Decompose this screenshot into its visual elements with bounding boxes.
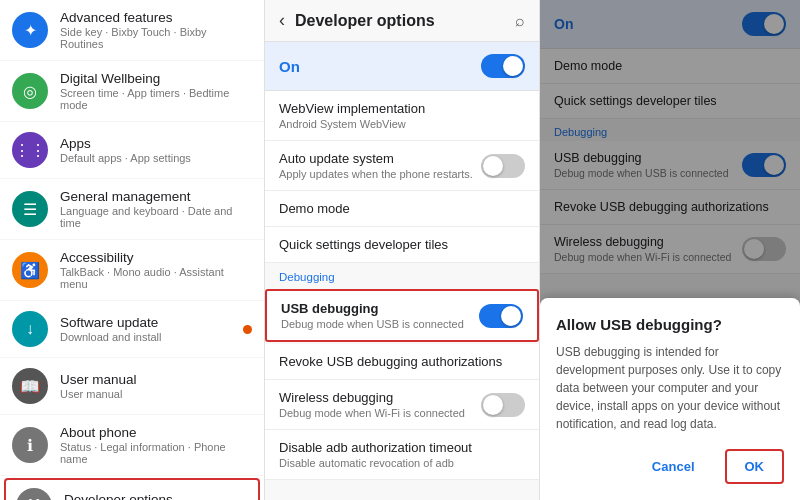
usb-debug-toggle[interactable]	[479, 304, 523, 328]
left-item-digital-wellbeing[interactable]: ◎Digital WellbeingScreen time · App time…	[0, 61, 264, 122]
mid-item-demo[interactable]: Demo mode	[265, 191, 539, 227]
revoke-title: Revoke USB debugging authorizations	[279, 354, 525, 369]
accessibility-icon: ♿	[12, 252, 48, 288]
debugging-section-label: Debugging	[265, 263, 539, 287]
mid-header-title: Developer options	[295, 12, 515, 30]
software-update-badge	[243, 325, 252, 334]
back-button[interactable]: ‹	[279, 10, 285, 31]
about-phone-title: About phone	[60, 425, 252, 440]
left-item-accessibility[interactable]: ♿AccessibilityTalkBack · Mono audio · As…	[0, 240, 264, 301]
left-item-user-manual[interactable]: 📖User manualUser manual	[0, 358, 264, 415]
developer-options-icon: { }	[16, 488, 52, 500]
middle-panel: ‹ Developer options ⌕ On WebView impleme…	[265, 0, 540, 500]
user-manual-title: User manual	[60, 372, 137, 387]
wireless-debug-toggle[interactable]	[481, 393, 525, 417]
left-item-developer-options[interactable]: { }Developer optionsDeveloper options	[4, 478, 260, 500]
apps-title: Apps	[60, 136, 191, 151]
left-panel: ✦Advanced featuresSide key · Bixby Touch…	[0, 0, 265, 500]
left-item-about-phone[interactable]: ℹAbout phoneStatus · Legal information ·…	[0, 415, 264, 476]
usb-debug-row[interactable]: USB debugging Debug mode when USB is con…	[265, 289, 539, 342]
right-panel: On Demo mode Quick settings developer ti…	[540, 0, 800, 500]
dialog-cancel-button[interactable]: Cancel	[634, 449, 713, 484]
left-item-apps[interactable]: ⋮⋮AppsDefault apps · App settings	[0, 122, 264, 179]
usb-dialog: Allow USB debugging? USB debugging is in…	[540, 298, 800, 500]
wireless-debug-sub: Debug mode when Wi-Fi is connected	[279, 407, 481, 419]
user-manual-icon: 📖	[12, 368, 48, 404]
about-phone-icon: ℹ	[12, 427, 48, 463]
mid-item-auto-update[interactable]: Auto update system Apply updates when th…	[265, 141, 539, 191]
mid-item-revoke[interactable]: Revoke USB debugging authorizations	[265, 344, 539, 380]
usb-debug-title: USB debugging	[281, 301, 479, 316]
dialog-overlay: Allow USB debugging? USB debugging is in…	[540, 0, 800, 500]
search-icon[interactable]: ⌕	[515, 12, 525, 30]
mid-content: On WebView implementation Android System…	[265, 42, 539, 500]
software-update-icon: ↓	[12, 311, 48, 347]
auto-update-toggle[interactable]	[481, 154, 525, 178]
disable-adb-sub: Disable automatic revocation of adb	[279, 457, 525, 469]
usb-debug-sub: Debug mode when USB is connected	[281, 318, 479, 330]
mid-item-wireless[interactable]: Wireless debugging Debug mode when Wi-Fi…	[265, 380, 539, 430]
dialog-ok-button[interactable]: OK	[725, 449, 785, 484]
left-item-software-update[interactable]: ↓Software updateDownload and install	[0, 301, 264, 358]
general-management-icon: ☰	[12, 191, 48, 227]
digital-wellbeing-sub: Screen time · App timers · Bedtime mode	[60, 87, 252, 111]
about-phone-sub: Status · Legal information · Phone name	[60, 441, 252, 465]
apps-icon: ⋮⋮	[12, 132, 48, 168]
advanced-features-icon: ✦	[12, 12, 48, 48]
dialog-buttons: Cancel OK	[556, 449, 784, 484]
apps-sub: Default apps · App settings	[60, 152, 191, 164]
wireless-debug-title: Wireless debugging	[279, 390, 481, 405]
mid-item-disable-adb[interactable]: Disable adb authorization timeout Disabl…	[265, 430, 539, 480]
general-management-sub: Language and keyboard · Date and time	[60, 205, 252, 229]
mid-item-quick-settings[interactable]: Quick settings developer tiles	[265, 227, 539, 263]
developer-toggle-label: On	[279, 58, 481, 75]
left-item-general-management[interactable]: ☰General managementLanguage and keyboard…	[0, 179, 264, 240]
digital-wellbeing-icon: ◎	[12, 73, 48, 109]
disable-adb-title: Disable adb authorization timeout	[279, 440, 525, 455]
software-update-title: Software update	[60, 315, 162, 330]
dialog-body: USB debugging is intended for developmen…	[556, 343, 784, 433]
webview-sub: Android System WebView	[279, 118, 525, 130]
auto-update-sub: Apply updates when the phone restarts.	[279, 168, 481, 180]
software-update-sub: Download and install	[60, 331, 162, 343]
accessibility-sub: TalkBack · Mono audio · Assistant menu	[60, 266, 252, 290]
left-item-advanced-features[interactable]: ✦Advanced featuresSide key · Bixby Touch…	[0, 0, 264, 61]
advanced-features-title: Advanced features	[60, 10, 252, 25]
developer-toggle-switch[interactable]	[481, 54, 525, 78]
demo-mode-title: Demo mode	[279, 201, 525, 216]
developer-toggle-row[interactable]: On	[265, 42, 539, 91]
auto-update-title: Auto update system	[279, 151, 481, 166]
advanced-features-sub: Side key · Bixby Touch · Bixby Routines	[60, 26, 252, 50]
quick-settings-title: Quick settings developer tiles	[279, 237, 525, 252]
dialog-title: Allow USB debugging?	[556, 316, 784, 333]
mid-item-webview[interactable]: WebView implementation Android System We…	[265, 91, 539, 141]
user-manual-sub: User manual	[60, 388, 137, 400]
webview-title: WebView implementation	[279, 101, 525, 116]
general-management-title: General management	[60, 189, 252, 204]
digital-wellbeing-title: Digital Wellbeing	[60, 71, 252, 86]
developer-options-title: Developer options	[64, 492, 173, 500]
accessibility-title: Accessibility	[60, 250, 252, 265]
mid-header: ‹ Developer options ⌕	[265, 0, 539, 42]
